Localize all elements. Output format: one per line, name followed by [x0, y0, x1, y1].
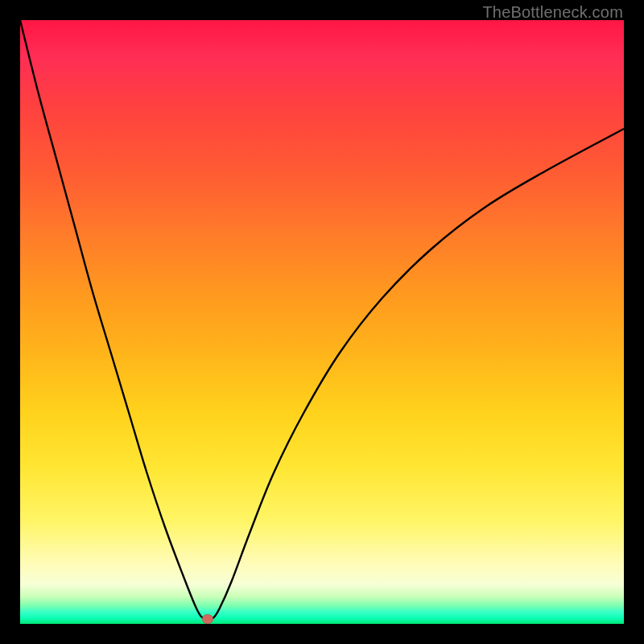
minimum-marker-icon	[202, 614, 213, 624]
plot-area	[20, 20, 624, 624]
chart-frame: TheBottleneck.com	[0, 0, 644, 644]
bottleneck-curve-line	[20, 20, 624, 619]
watermark-text: TheBottleneck.com	[482, 3, 623, 22]
bottleneck-curve-svg	[20, 20, 624, 624]
